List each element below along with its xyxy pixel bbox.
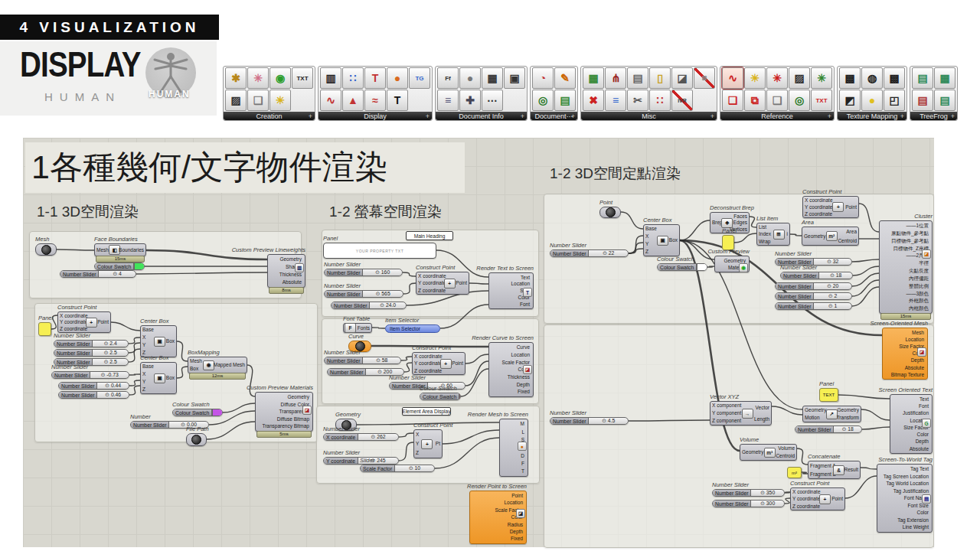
checker-corner-icon[interactable]: ◰ <box>884 90 905 111</box>
input-port[interactable]: Y <box>142 342 152 348</box>
output-port[interactable]: Transform <box>837 415 859 421</box>
frog-ranges-icon[interactable]: ▤ <box>934 90 956 111</box>
input-port[interactable]: Mesh <box>96 247 106 253</box>
toolbar-tab-display[interactable]: Display+ <box>318 112 432 120</box>
pen-doc-icon[interactable]: ✎ <box>554 67 576 89</box>
list-item[interactable]: List ItemListIndexWrap⊞i <box>756 223 790 246</box>
area[interactable]: AreaGeometrym²AreaCentroid <box>802 227 859 246</box>
input-port[interactable]: 尖點長度 <box>909 268 929 274</box>
output-port[interactable]: Result <box>844 467 858 473</box>
point-param[interactable]: Point <box>599 207 621 218</box>
input-port[interactable]: Location <box>511 352 530 358</box>
input-port[interactable]: Motion <box>805 415 824 421</box>
ivr-text-icon[interactable]: iVR <box>671 90 693 111</box>
input-port[interactable]: Scale Factor <box>502 360 531 366</box>
pink-blob-icon[interactable]: ✳ <box>247 67 269 89</box>
construct-point-6[interactable]: Construct PointX coordinateY coordinateZ… <box>790 487 845 510</box>
input-port[interactable]: ——3顏色 <box>906 291 929 297</box>
input-port[interactable]: Index <box>759 231 771 237</box>
input-port[interactable]: Text <box>920 396 929 403</box>
panel-text[interactable]: PanelTEXT <box>819 388 838 402</box>
input-port[interactable]: Point <box>511 493 523 499</box>
input-port[interactable]: Thickness <box>508 374 530 380</box>
mesh-param[interactable]: Mesh <box>35 243 57 256</box>
output-port[interactable]: Pt <box>436 441 440 447</box>
screen-to-world-tag[interactable]: Screen-To-World TagTag TextTag Screen Lo… <box>877 464 933 533</box>
input-port[interactable]: 內框顏色 <box>909 305 929 311</box>
value-bars-icon[interactable]: ▥ <box>320 67 341 89</box>
input-port[interactable]: Z coordinate <box>418 288 442 294</box>
number-slider-2-5a[interactable]: Number Slider⊙ 2.5 <box>54 349 129 357</box>
input-port[interactable]: X coordinate <box>792 489 817 495</box>
curve-ref-icon[interactable]: ∿ <box>722 67 743 89</box>
concatenate[interactable]: ConcatenateFragment AFragment B&Result <box>808 461 861 479</box>
number-slider-18[interactable]: Number SliderNumber Slider⊙ 18 <box>780 272 853 279</box>
input-port[interactable]: Z coordinate <box>60 326 83 332</box>
input-port[interactable]: X coordinate <box>418 273 442 279</box>
number-slider-neg073[interactable]: Number SliderNumber Slider⊙ -0.73 <box>51 371 129 379</box>
colour-rings-icon[interactable]: ◎ <box>532 90 554 111</box>
text-tag-icon[interactable]: TXT <box>292 67 313 89</box>
legend-dots-icon[interactable]: ∷ <box>649 90 671 111</box>
number-slider-24[interactable]: Number Slider⊙ 24.0 <box>331 302 407 309</box>
toolbar-expand-icon[interactable]: + <box>951 112 955 120</box>
stack-ref-icon[interactable]: ❏ <box>722 90 743 111</box>
number-slider-565[interactable]: Number SliderNumber Slider⊙ 565 <box>324 290 403 298</box>
custom-preview-lineweights[interactable]: Custom Preview LineweightsGeometryShader… <box>267 254 305 288</box>
slider-value[interactable]: ⊙ 2.4 <box>93 341 128 347</box>
input-port[interactable]: ——1位置 <box>906 223 929 229</box>
checker-ball-icon[interactable]: ◍ <box>861 67 883 89</box>
slider-value[interactable]: ⊙ 2.5 <box>93 359 128 365</box>
toolbar-expand-icon[interactable]: + <box>900 112 904 120</box>
output-port[interactable]: Faces <box>733 214 747 220</box>
spring-display-icon[interactable]: ≈ <box>364 90 386 111</box>
input-port[interactable]: Fixed <box>518 389 530 395</box>
input-port[interactable]: Z coordinate <box>414 368 438 374</box>
slider-value[interactable]: ⊙ 300 <box>751 500 784 507</box>
input-port[interactable]: Absolute <box>910 446 929 452</box>
canvas-doc-icon[interactable]: ▤ <box>554 90 576 111</box>
input-port[interactable]: Depth <box>510 529 523 535</box>
object-details-icon[interactable]: ≡ <box>437 90 459 111</box>
knife-tool-icon[interactable]: ✂ <box>627 90 648 111</box>
bulb-ref-icon[interactable]: ☀ <box>744 67 766 89</box>
toolbar-expand-icon[interactable]: + <box>571 112 575 120</box>
input-port[interactable]: L <box>521 429 524 435</box>
number-slider-160[interactable]: Number SliderNumber Slider⊙ 160 <box>324 269 403 276</box>
move[interactable]: GeometryMotion↗GeometryTransform <box>802 406 861 422</box>
curve-graph-icon[interactable]: ∿ <box>320 90 341 111</box>
input-port[interactable]: Tag World Location <box>886 481 929 487</box>
toolbar-expand-icon[interactable]: + <box>309 112 312 120</box>
slider-value[interactable]: ⊙ 58 <box>363 357 400 364</box>
render-curve-to-screen[interactable]: Render Curve to ScreenCurveLocationScale… <box>488 342 534 397</box>
input-port[interactable]: Geometry <box>287 394 309 400</box>
input-port[interactable]: Wrap <box>759 239 771 245</box>
panel-input[interactable]: Panel <box>38 322 51 336</box>
number-slider-4[interactable]: Number Slider⊙ 4 <box>60 270 136 278</box>
custom-preview-materials[interactable]: Custom Preview MaterialsGeometryDiffuse … <box>255 392 313 432</box>
frog-panel-icon[interactable]: ▦ <box>934 67 956 89</box>
input-port[interactable]: Base <box>142 364 152 370</box>
screen-oriented-text[interactable]: Screen Oriented TextTextFontJustificatio… <box>890 394 933 454</box>
input-port[interactable]: Tag Justification <box>893 488 929 494</box>
number-slider-18b[interactable]: Number Slider⊙ 18 <box>795 425 862 433</box>
toolbar-tab-document-info[interactable]: Document Info+ <box>436 112 527 120</box>
output-port[interactable]: Centroid <box>776 453 795 459</box>
input-port[interactable]: Tag Text <box>910 466 929 472</box>
input-port[interactable]: Geometry <box>804 233 824 240</box>
input-port[interactable]: X coordinate <box>60 313 83 319</box>
folder-icon[interactable]: ▯ <box>649 67 671 89</box>
slider-value[interactable]: ⊙ 18 <box>819 272 852 279</box>
construct-point-5[interactable]: Construct PointX coordinateY coordinateZ… <box>802 196 859 218</box>
input-port[interactable]: Z component <box>712 418 740 424</box>
input-port[interactable]: X <box>142 371 152 377</box>
output-port[interactable]: Centroid <box>838 238 857 244</box>
face-boundaries[interactable]: Face BoundariesMesh◧Boundaries15ms <box>94 243 146 256</box>
input-port[interactable]: Z <box>416 450 419 456</box>
slider-value[interactable]: ⊙ 565 <box>363 291 403 297</box>
input-port[interactable]: Bitmap Texture <box>891 372 924 378</box>
output-port[interactable]: Area <box>846 229 857 235</box>
colour-swatch-green[interactable]: Colour Swatch <box>94 262 145 270</box>
toolbar-tab-creation[interactable]: Creation+ <box>224 112 315 120</box>
input-port[interactable]: 目標物件_參考點 <box>891 238 929 244</box>
